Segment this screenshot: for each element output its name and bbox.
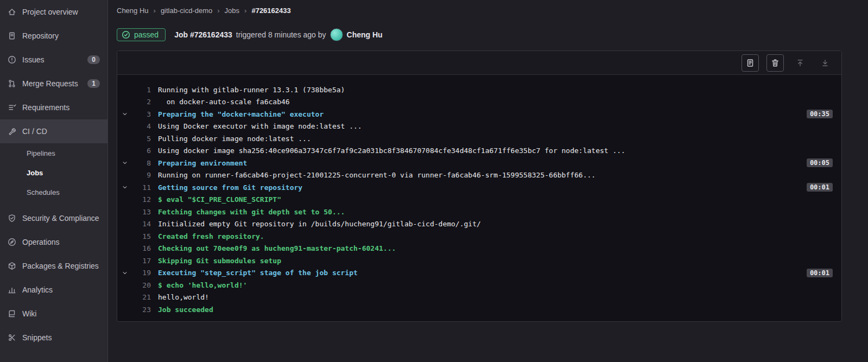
package-icon — [8, 262, 16, 270]
log-line-number[interactable]: 9 — [131, 171, 151, 179]
log-line-number[interactable]: 23 — [131, 306, 151, 314]
sidebar-item-merge-requests[interactable]: Merge Requests1 — [0, 72, 107, 96]
log-section-header[interactable]: 19Executing "step_script" stage of the j… — [117, 267, 841, 280]
snippets-icon — [8, 333, 16, 342]
shield-icon — [8, 214, 16, 223]
triggered-text: triggered 8 minutes ago by — [236, 30, 326, 39]
log-line: 14Initialized empty Git repository in /b… — [117, 218, 841, 231]
log-line: 1Running with gitlab-runner 13.3.1 (738b… — [117, 84, 841, 96]
log-line-number[interactable]: 20 — [131, 281, 151, 289]
log-line-number[interactable]: 1 — [131, 86, 151, 94]
chevron-down-icon — [122, 270, 128, 276]
scroll-bottom-button[interactable] — [816, 54, 834, 72]
log-line-number[interactable]: 3 — [131, 110, 151, 118]
log-line-number[interactable]: 21 — [131, 293, 151, 301]
log-section-header[interactable]: 3Preparing the "docker+machine" executor… — [117, 108, 841, 120]
sidebar-subitem-schedules[interactable]: Schedules — [0, 182, 107, 202]
log-line-number[interactable]: 13 — [131, 208, 151, 216]
sidebar-item-repository[interactable]: Repository — [0, 24, 107, 48]
sidebar-item-wiki[interactable]: Wiki — [0, 302, 107, 326]
log-text: Job succeeded — [158, 306, 213, 314]
sidebar-subitem-jobs[interactable]: Jobs — [0, 163, 107, 182]
log-line-number[interactable]: 19 — [131, 269, 151, 277]
count-badge: 1 — [87, 79, 100, 88]
breadcrumb-separator: › — [244, 7, 246, 15]
log-text: $ echo 'hello,world!' — [158, 281, 247, 289]
log-text: Preparing environment — [158, 159, 247, 167]
breadcrumb-item-gitlab-cicd-demo[interactable]: gitlab-cicd-demo — [161, 7, 212, 15]
section-duration-badge: 00:01 — [807, 269, 833, 277]
erase-log-button[interactable] — [766, 54, 784, 72]
log-text: Fetching changes with git depth set to 5… — [158, 208, 345, 216]
sidebar-subitem-label: Pipelines — [27, 149, 100, 157]
sidebar-item-analytics[interactable]: Analytics — [0, 278, 107, 302]
sidebar-item-security-compliance[interactable]: Security & Compliance — [0, 206, 107, 230]
sidebar-item-issues[interactable]: Issues0 — [0, 48, 107, 72]
breadcrumb: Cheng Hu›gitlab-cicd-demo›Jobs›#72616243… — [117, 0, 842, 16]
log-line-number[interactable]: 5 — [131, 135, 151, 143]
sidebar-item-packages-registries[interactable]: Packages & Registries — [0, 254, 107, 278]
log-line-number[interactable]: 16 — [131, 244, 151, 252]
log-line: 17Skipping Git submodules setup — [117, 255, 841, 267]
log-line-number[interactable]: 17 — [131, 257, 151, 265]
chevron-down-icon — [122, 111, 128, 117]
sidebar-item-label: Requirements — [22, 103, 100, 112]
log-line-number[interactable]: 6 — [131, 147, 151, 155]
log-line-number[interactable]: 11 — [131, 183, 151, 192]
log-line-number[interactable]: 8 — [131, 159, 151, 167]
breadcrumb-separator: › — [217, 7, 219, 15]
log-section-header[interactable]: 11Getting source from Git repository00:0… — [117, 181, 841, 194]
log-text: Preparing the "docker+machine" executor — [158, 110, 324, 118]
status-badge[interactable]: passed — [117, 28, 166, 41]
section-duration-badge: 00:05 — [807, 158, 833, 167]
log-line: 6Using docker image sha256:40ce906a37347… — [117, 145, 841, 157]
log-text: $ eval "$CI_PRE_CLONE_SCRIPT" — [158, 195, 281, 204]
breadcrumb-separator: › — [154, 7, 156, 15]
log-text: Using docker image sha256:40ce906a37347c… — [158, 147, 625, 155]
sidebar-item-project-overview[interactable]: Project overview — [0, 0, 107, 24]
scroll-top-button[interactable] — [791, 54, 809, 72]
breadcrumb-item-jobs[interactable]: Jobs — [225, 7, 239, 15]
scroll-down-icon — [821, 59, 829, 67]
app-root: Project overviewRepositoryIssues0Merge R… — [0, 0, 868, 362]
sidebar-subitem-label: Schedules — [27, 188, 100, 196]
sidebar-item-operations[interactable]: Operations — [0, 230, 107, 254]
sidebar-item-label: Wiki — [22, 309, 100, 318]
sidebar-item-snippets[interactable]: Snippets — [0, 326, 107, 350]
breadcrumb-item-726162433[interactable]: #726162433 — [251, 7, 290, 15]
job-id-label: Job #726162433 — [174, 30, 232, 39]
log-line: 9Running on runner-fa6cab46-project-2100… — [117, 169, 841, 182]
user-name[interactable]: Cheng Hu — [347, 30, 383, 39]
log-line-number[interactable]: 2 — [131, 98, 151, 106]
analytics-icon — [8, 285, 16, 294]
sidebar-subitem-pipelines[interactable]: Pipelines — [0, 143, 107, 163]
chevron-down-icon — [122, 160, 128, 166]
job-status-bar: passed Job #726162433 triggered 8 minute… — [117, 28, 842, 41]
log-text: Running with gitlab-runner 13.3.1 (738bb… — [158, 86, 345, 94]
log-toolbar-buttons — [742, 54, 834, 72]
trash-icon — [771, 59, 780, 67]
home-icon — [8, 8, 16, 16]
log-line-number[interactable]: 15 — [131, 232, 151, 240]
breadcrumb-item-cheng-hu[interactable]: Cheng Hu — [117, 7, 149, 15]
log-line: 2 on docker-auto-scale fa6cab46 — [117, 96, 841, 109]
log-line-number[interactable]: 14 — [131, 220, 151, 228]
chevron-down-icon-slot — [122, 270, 131, 276]
raw-icon — [746, 59, 755, 67]
log-text: Checking out 70eee0f9 as hucheng91-maste… — [158, 244, 396, 252]
sidebar-item-label: Merge Requests — [22, 79, 87, 88]
log-section-header[interactable]: 8Preparing environment00:05 — [117, 157, 841, 169]
repository-icon — [8, 31, 16, 40]
avatar[interactable] — [330, 28, 343, 41]
sidebar-item-requirements[interactable]: Requirements — [0, 96, 107, 119]
operations-icon — [8, 238, 16, 246]
log-line-number[interactable]: 4 — [131, 122, 151, 130]
log-line-number[interactable]: 12 — [131, 195, 151, 204]
log-text: Getting source from Git repository — [158, 183, 302, 192]
sidebar-item-ci-cd[interactable]: CI / CD — [0, 119, 107, 143]
show-raw-button[interactable] — [742, 54, 759, 72]
status-badge-label: passed — [134, 30, 159, 39]
log-text: Created fresh repository. — [158, 232, 264, 240]
main-content: Cheng Hu›gitlab-cicd-demo›Jobs›#72616243… — [108, 0, 868, 362]
log-text: on docker-auto-scale fa6cab46 — [158, 98, 290, 106]
